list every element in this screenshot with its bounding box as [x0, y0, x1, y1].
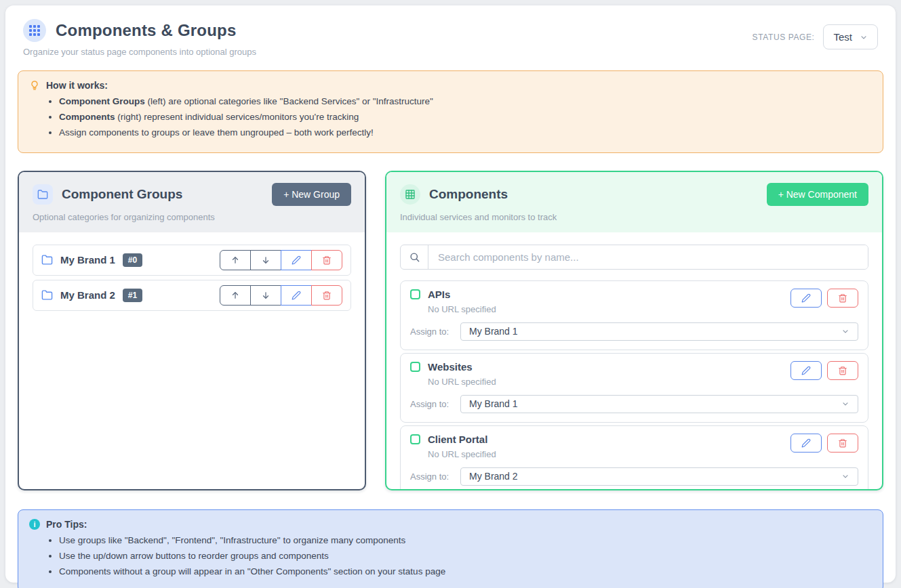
group-actions	[220, 250, 342, 270]
component-name: APIs	[428, 289, 450, 300]
how-it-works-box: How it works: Component Groups (left) ar…	[18, 70, 883, 153]
component-name: Websites	[428, 361, 473, 373]
pro-tips-box: i Pro Tips: Use groups like "Backend", "…	[18, 509, 883, 588]
components-groups-page: Components & Groups Organize your status…	[5, 5, 896, 583]
arrow-down-icon	[261, 255, 271, 265]
pencil-icon	[801, 438, 811, 448]
components-panel-subtitle: Individual services and monitors to trac…	[400, 212, 868, 222]
assigned-group-value: My Brand 1	[469, 398, 518, 409]
arrow-up-icon	[231, 291, 240, 300]
lightbulb-icon	[29, 80, 40, 91]
assign-group-select[interactable]: My Brand 1	[460, 322, 858, 341]
components-list: APIs No URL specified Assign to:	[400, 280, 868, 489]
delete-component-button[interactable]	[827, 434, 858, 453]
chevron-down-icon	[841, 472, 849, 480]
page-title: Components & Groups	[56, 21, 236, 40]
search-input[interactable]	[428, 245, 868, 269]
move-down-button[interactable]	[250, 250, 281, 270]
delete-component-button[interactable]	[827, 289, 858, 308]
chevron-down-icon	[841, 400, 849, 408]
status-page-select[interactable]: Test	[823, 24, 878, 49]
component-actions	[790, 434, 858, 453]
delete-group-button[interactable]	[311, 285, 342, 306]
component-actions	[790, 361, 858, 380]
grid-icon	[400, 184, 420, 205]
components-panel-body: APIs No URL specified Assign to:	[386, 232, 882, 489]
group-name: My Brand 1	[60, 254, 115, 266]
status-page-value: Test	[833, 31, 852, 43]
grid-dots-icon	[23, 19, 46, 42]
delete-component-button[interactable]	[827, 361, 858, 380]
group-row: My Brand 2 #1	[33, 280, 351, 311]
component-card: Websites No URL specified Assign to:	[400, 353, 868, 423]
edit-component-button[interactable]	[790, 361, 822, 380]
group-order-badge: #1	[123, 289, 142, 302]
status-page-label: STATUS PAGE:	[753, 33, 815, 42]
trash-icon	[322, 291, 332, 300]
pro-tips-item: Use the up/down arrow buttons to reorder…	[59, 550, 872, 562]
group-name: My Brand 2	[60, 289, 115, 301]
trash-icon	[838, 366, 847, 375]
new-group-button[interactable]: + New Group	[272, 183, 351, 206]
folder-icon	[41, 289, 53, 301]
how-it-works-list: Component Groups (left) are optional cat…	[59, 96, 872, 140]
how-it-works-title: How it works:	[46, 80, 108, 91]
components-panel: Components + New Component Individual se…	[385, 171, 883, 490]
folder-icon	[33, 184, 53, 205]
info-icon: i	[29, 519, 40, 530]
groups-panel-body: My Brand 1 #0 My Brand 2 #1	[19, 232, 365, 489]
edit-component-button[interactable]	[790, 289, 822, 308]
assign-to-label: Assign to:	[410, 399, 452, 409]
new-component-button[interactable]: + New Component	[767, 183, 868, 206]
chevron-down-icon	[860, 33, 868, 41]
assign-to-label: Assign to:	[410, 471, 452, 482]
trash-icon	[838, 438, 847, 448]
arrow-down-icon	[261, 291, 271, 300]
move-down-button[interactable]	[250, 285, 281, 306]
components-panel-title: Components	[429, 187, 508, 202]
trash-icon	[838, 293, 847, 303]
pro-tips-item: Use groups like "Backend", "Frontend", "…	[59, 534, 872, 547]
how-it-works-item: Components (right) represent individual …	[59, 111, 872, 123]
chevron-down-icon	[841, 327, 849, 335]
status-page-picker: STATUS PAGE: Test	[753, 24, 878, 49]
search-icon	[401, 245, 428, 269]
component-checkbox[interactable]	[410, 434, 420, 444]
assign-group-select[interactable]: My Brand 1	[460, 395, 858, 413]
page-header-left: Components & Groups Organize your status…	[23, 19, 256, 57]
folder-icon	[41, 254, 53, 266]
pro-tips-item: Components without a group will appear i…	[59, 566, 872, 578]
pro-tips-title: Pro Tips:	[46, 519, 87, 530]
component-url-note: No URL specified	[428, 449, 496, 459]
how-it-works-item: Assign components to groups or leave the…	[59, 127, 872, 139]
move-up-button[interactable]	[220, 250, 251, 270]
component-url-note: No URL specified	[428, 377, 496, 387]
group-actions	[220, 285, 342, 306]
component-checkbox[interactable]	[410, 362, 420, 372]
assigned-group-value: My Brand 1	[469, 326, 518, 337]
how-it-works-item: Component Groups (left) are optional cat…	[59, 96, 872, 108]
panels-row: Component Groups + New Group Optional ca…	[18, 171, 883, 490]
components-panel-header: Components + New Component Individual se…	[386, 172, 882, 232]
component-url-note: No URL specified	[428, 304, 496, 314]
groups-panel-title: Component Groups	[62, 187, 182, 202]
trash-icon	[322, 255, 332, 265]
delete-group-button[interactable]	[311, 250, 342, 270]
group-order-badge: #0	[123, 253, 142, 267]
component-checkbox[interactable]	[410, 289, 420, 299]
pencil-icon	[801, 366, 811, 375]
edit-group-button[interactable]	[281, 285, 312, 306]
move-up-button[interactable]	[220, 285, 251, 306]
edit-group-button[interactable]	[281, 250, 312, 270]
component-search	[400, 245, 868, 270]
assigned-group-value: My Brand 2	[469, 471, 518, 482]
pencil-icon	[292, 255, 301, 265]
pencil-icon	[801, 293, 811, 303]
arrow-up-icon	[231, 255, 240, 265]
edit-component-button[interactable]	[790, 434, 822, 453]
assign-to-label: Assign to:	[410, 327, 452, 337]
component-groups-panel: Component Groups + New Group Optional ca…	[18, 171, 366, 490]
groups-panel-header: Component Groups + New Group Optional ca…	[19, 172, 365, 232]
component-actions	[790, 289, 858, 308]
assign-group-select[interactable]: My Brand 2	[460, 467, 858, 486]
